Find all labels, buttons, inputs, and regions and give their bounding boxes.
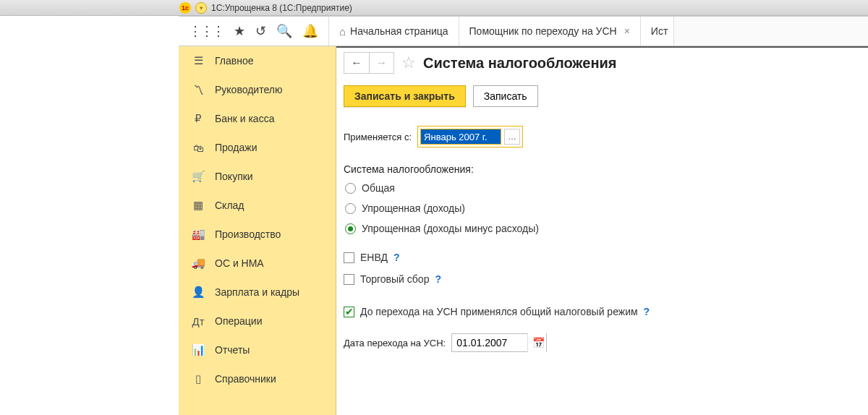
apps-grid-icon[interactable]: ⋮⋮⋮: [189, 23, 224, 39]
apply-from-label: Применяется с:: [344, 132, 412, 142]
tab-trimmed[interactable]: Ист: [641, 17, 674, 46]
sidebar-item-sales[interactable]: 🛍Продажи: [179, 133, 336, 162]
window-title: 1С:Упрощенка 8 (1С:Предприятие): [211, 3, 352, 13]
checkbox-icon: [344, 274, 354, 285]
check-envd[interactable]: ЕНВД ?: [344, 252, 861, 263]
app-menu-dropdown[interactable]: ▾: [195, 2, 207, 14]
check-label: До перехода на УСН применялся общий нало…: [360, 306, 638, 317]
star-icon[interactable]: ★: [234, 23, 245, 39]
app-logo-icon: 1c: [179, 2, 191, 14]
sidebar-item-label: Справочники: [215, 373, 276, 385]
radio-icon: [345, 203, 356, 214]
save-and-close-button[interactable]: Записать и закрыть: [344, 85, 466, 107]
check-label: ЕНВД: [360, 252, 388, 263]
sidebar-item-label: Главное: [215, 55, 254, 67]
chart-icon: 〽: [192, 84, 205, 96]
sidebar-item-production[interactable]: 🏭Производство: [179, 220, 336, 249]
tab-home[interactable]: ⌂ Начальная страница: [329, 17, 459, 46]
dtkt-icon: Дт: [192, 315, 205, 328]
toolbar: ⋮⋮⋮ ★ ↺ 🔍 🔔: [179, 17, 329, 46]
bag-icon: 🛍: [192, 142, 205, 154]
check-label: Торговый сбор: [360, 273, 429, 285]
left-margin: [0, 16, 179, 415]
sidebar-item-refs[interactable]: ▯Справочники: [179, 364, 336, 393]
check-prev-general-tax[interactable]: ✔ До перехода на УСН применялся общий на…: [344, 306, 861, 317]
menu-icon: ☰: [192, 54, 205, 67]
tax-system-label: Система налогообложения:: [344, 163, 861, 175]
help-icon[interactable]: ?: [393, 252, 400, 263]
truck-icon: 🚚: [192, 257, 205, 270]
sidebar-item-label: Банк и касса: [215, 113, 274, 124]
checkbox-icon: [344, 252, 354, 263]
radio-label: Общая: [362, 182, 395, 194]
sidebar-item-bank[interactable]: ₽Банк и касса: [179, 104, 336, 133]
radio-icon: [345, 223, 356, 234]
bars-icon: 📊: [192, 343, 205, 356]
favorite-star-icon[interactable]: ☆: [401, 54, 416, 72]
sidebar-item-label: Продажи: [215, 142, 257, 153]
sidebar-item-assets[interactable]: 🚚ОС и НМА: [179, 249, 336, 278]
sidebar: ☰Главное 〽Руководителю ₽Банк и касса 🛍Пр…: [179, 46, 336, 415]
tax-system-radios: Общая Упрощенная (доходы) Упрощенная (до…: [344, 182, 861, 234]
period-picker-button[interactable]: …: [504, 129, 520, 145]
history-icon[interactable]: ↺: [255, 23, 266, 39]
forward-button[interactable]: →: [369, 53, 393, 73]
help-icon[interactable]: ?: [435, 273, 441, 285]
apply-from-input[interactable]: [420, 129, 501, 145]
sidebar-item-manager[interactable]: 〽Руководителю: [179, 75, 336, 104]
tab-label: Помощник по переходу на УСН: [469, 25, 617, 37]
content-area: ← → ☆ Система налогообложения Записать и…: [336, 46, 868, 415]
factory-icon: 🏭: [192, 228, 205, 241]
radio-usn-income[interactable]: Упрощенная (доходы): [345, 202, 861, 214]
calendar-icon[interactable]: 📅: [527, 333, 546, 352]
ruble-icon: ₽: [192, 112, 205, 125]
cart-icon: 🛒: [192, 170, 205, 183]
home-icon: ⌂: [339, 25, 346, 38]
sidebar-item-main[interactable]: ☰Главное: [179, 46, 336, 75]
sidebar-item-label: Отчеты: [215, 344, 250, 356]
top-bar: ⋮⋮⋮ ★ ↺ 🔍 🔔 ⌂ Начальная страница Помощни…: [179, 16, 868, 46]
sidebar-item-label: Руководителю: [215, 84, 282, 95]
sidebar-item-reports[interactable]: 📊Отчеты: [179, 335, 336, 364]
sidebar-item-label: Зарплата и кадры: [215, 286, 299, 298]
radio-general[interactable]: Общая: [345, 182, 861, 194]
save-button[interactable]: Записать: [473, 85, 538, 107]
tab-usn-wizard[interactable]: Помощник по переходу на УСН ×: [459, 17, 641, 46]
tab-home-label: Начальная страница: [350, 25, 448, 37]
usn-date-input[interactable]: [452, 337, 527, 348]
page-title: Система налогообложения: [423, 55, 616, 72]
radio-label: Упрощенная (доходы): [362, 202, 465, 214]
sidebar-item-label: ОС и НМА: [215, 257, 264, 269]
apply-from-field-wrap: …: [417, 126, 523, 147]
sidebar-item-label: Покупки: [215, 171, 253, 182]
sidebar-item-purchases[interactable]: 🛒Покупки: [179, 162, 336, 191]
back-button[interactable]: ←: [344, 53, 369, 73]
person-icon: 👤: [192, 286, 205, 299]
nav-arrows: ← →: [344, 52, 394, 74]
sidebar-item-operations[interactable]: ДтОперации: [179, 307, 336, 335]
checkbox-icon: ✔: [344, 307, 354, 317]
radio-label: Упрощенная (доходы минус расходы): [362, 223, 539, 234]
sidebar-item-label: Производство: [215, 228, 281, 240]
radio-icon: [345, 183, 356, 194]
usn-date-label: Дата перехода на УСН:: [344, 338, 446, 348]
sidebar-item-label: Операции: [215, 315, 263, 327]
sidebar-item-label: Склад: [215, 200, 244, 211]
search-icon[interactable]: 🔍: [276, 23, 292, 39]
sidebar-item-warehouse[interactable]: ▦Склад: [179, 191, 336, 220]
radio-usn-income-expense[interactable]: Упрощенная (доходы минус расходы): [345, 223, 861, 234]
bell-icon[interactable]: 🔔: [302, 23, 318, 39]
help-icon[interactable]: ?: [644, 306, 650, 317]
window-titlebar: 1c ▾ 1С:Упрощенка 8 (1С:Предприятие): [0, 0, 868, 16]
book-icon: ▯: [192, 372, 205, 385]
usn-date-field: 📅: [451, 333, 547, 352]
close-icon[interactable]: ×: [624, 25, 630, 37]
grid-icon: ▦: [192, 199, 205, 212]
check-trade-fee[interactable]: Торговый сбор ?: [344, 273, 861, 285]
sidebar-item-salary[interactable]: 👤Зарплата и кадры: [179, 278, 336, 307]
tab-label: Ист: [651, 25, 668, 37]
